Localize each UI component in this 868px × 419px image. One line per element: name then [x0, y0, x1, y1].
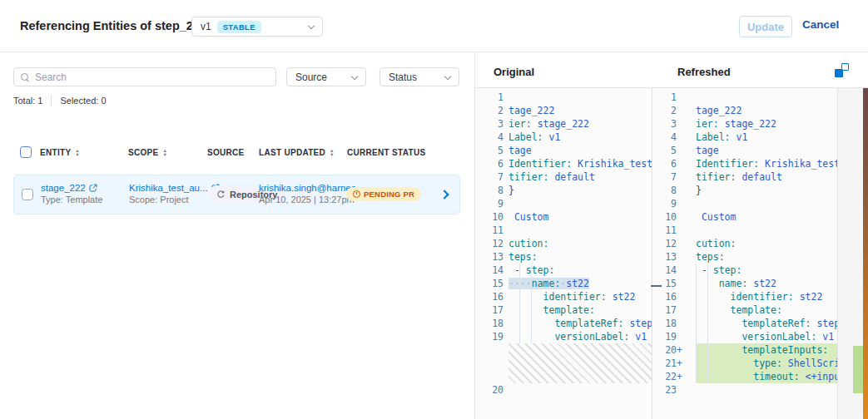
line-content [508, 91, 652, 104]
line-number: 16 [475, 290, 503, 303]
code-line: 13teps: [475, 250, 652, 264]
added-line-plus [677, 303, 684, 317]
line-content: cution: [696, 237, 837, 250]
status-filter-select[interactable]: Status [379, 67, 459, 86]
code-line: 3ier: stage_222 [652, 117, 837, 131]
indent-guide [707, 264, 708, 383]
line-number: 2 [475, 104, 503, 117]
status-badge-label: PENDING PR [364, 190, 414, 199]
sort-icon[interactable]: ▲▼ [330, 149, 335, 156]
scope-sub: Scope: Project [129, 195, 220, 205]
line-content: } [508, 184, 652, 197]
line-content: ier: stage_222 [696, 117, 837, 131]
update-button[interactable]: Update [739, 16, 792, 37]
line-content: Custom [696, 210, 837, 224]
code-line: 9 [475, 197, 652, 210]
line-number: 19 [652, 330, 677, 343]
overview-ruler[interactable] [837, 88, 863, 419]
added-line-plus [677, 131, 684, 144]
code-line: 20+templateInputs: [652, 343, 837, 357]
added-line-plus [677, 197, 684, 210]
added-line-plus: + [677, 343, 684, 357]
line-content: Identifier: Krishika_test_aut [696, 157, 837, 170]
line-content: - step: [696, 264, 837, 277]
status-badge: PENDING PR [346, 187, 421, 201]
code-line: 18templateRef: step_222 [652, 317, 837, 330]
line-content [508, 224, 652, 237]
entity-cell: stage_222 Type: Template [41, 183, 102, 205]
source-filter-label: Source [295, 71, 327, 83]
added-line-plus [677, 224, 684, 237]
code-line: 11 [475, 224, 652, 237]
line-number: 3 [652, 117, 677, 131]
repository-icon [216, 190, 226, 199]
copy-icon[interactable] [835, 63, 849, 77]
added-line-plus [677, 184, 684, 197]
line-content [508, 197, 652, 210]
total-count: Total: 1 [13, 96, 42, 106]
line-number: 11 [652, 224, 677, 237]
selected-count: Selected: 0 [60, 96, 106, 106]
line-number: 20 [652, 343, 677, 357]
line-number: 20 [475, 383, 503, 397]
chevron-down-icon [444, 72, 451, 79]
code-line: 7tifier: default [652, 170, 837, 184]
entity-link[interactable]: stage_222 [41, 183, 102, 193]
cancel-button[interactable]: Cancel [802, 18, 839, 31]
line-content: timeout: <+input> [696, 370, 837, 383]
select-all-checkbox[interactable] [20, 146, 32, 158]
source-filter-select[interactable]: Source [286, 67, 366, 86]
line-number: 16 [652, 290, 677, 303]
line-content: Identifier: Krishika_test_aut [508, 157, 652, 170]
line-number: 17 [475, 303, 503, 317]
line-content [696, 224, 837, 237]
row-checkbox[interactable] [22, 189, 33, 200]
table-row[interactable]: stage_222 Type: Template Krishika_test_a… [13, 175, 460, 214]
code-line: 17template: [475, 303, 652, 317]
sort-icon[interactable]: ▲▼ [75, 149, 80, 156]
line-content: ier: stage_222 [508, 117, 652, 131]
code-line: 4Label: v1 [475, 131, 652, 144]
added-line-plus [677, 144, 684, 157]
code-line: 10Custom [652, 210, 837, 224]
status-filter-label: Status [389, 71, 417, 83]
line-content: identifier: st22 [508, 290, 652, 303]
line-number: 9 [475, 197, 503, 210]
search-box[interactable] [13, 67, 276, 86]
line-content: templateRef: step_222 [696, 317, 837, 330]
chevron-right-icon[interactable] [439, 190, 449, 199]
sort-icon[interactable]: ▲▼ [163, 149, 168, 156]
line-number: 5 [652, 144, 677, 157]
stable-badge: STABLE [217, 21, 261, 33]
diff-panel-header: Original Refreshed [475, 52, 868, 88]
line-content: versionLabel: v1 [696, 330, 837, 343]
external-link-icon [89, 184, 97, 192]
line-number: 17 [652, 303, 677, 317]
refreshed-code-editor[interactable]: 12tage_2223ier: stage_2224Label: v15tage… [652, 88, 837, 419]
code-line: 5tage [475, 144, 652, 157]
added-line-plus [677, 157, 684, 170]
line-number: 6 [475, 157, 503, 170]
line-number: 10 [652, 210, 677, 224]
code-line: 15name: st22 [652, 277, 837, 290]
search-input[interactable] [35, 71, 269, 83]
original-code-editor[interactable]: 12tage_2223ier: stage_2224Label: v15tage… [475, 88, 652, 419]
line-number: 11 [475, 224, 503, 237]
code-line: 1 [652, 91, 837, 104]
version-label: v1 [201, 21, 211, 32]
code-line: 12cution: [475, 237, 652, 250]
line-content: Label: v1 [696, 131, 837, 144]
code-line: 2tage_222 [475, 104, 652, 117]
line-number: 22 [652, 370, 677, 383]
line-content: versionLabel: v1 [508, 330, 652, 343]
line-number: 18 [652, 317, 677, 330]
scope-link[interactable]: Krishika_test_au... [129, 183, 220, 193]
line-content [696, 197, 837, 210]
version-select[interactable]: v1 STABLE [191, 17, 323, 37]
divider [51, 95, 52, 106]
line-number: 4 [652, 131, 677, 144]
code-line: 2tage_222 [652, 104, 837, 117]
diff-panel: Original Refreshed 12tage_2223ier: stage… [474, 52, 868, 419]
scope-cell: Krishika_test_au... Scope: Project [129, 183, 220, 205]
code-line: 11 [652, 224, 837, 237]
